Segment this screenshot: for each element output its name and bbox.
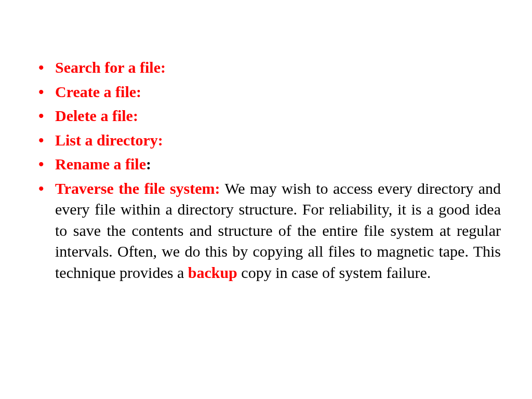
bullet-body-part2: copy in case of system failure. bbox=[237, 264, 431, 281]
bullet-text: Search for a file: bbox=[55, 59, 166, 76]
bullet-item-search: Search for a file: bbox=[36, 57, 501, 78]
bullet-text: Delete a file: bbox=[55, 107, 138, 124]
bullet-text-colon: : bbox=[146, 155, 151, 172]
bullet-text-red: Rename a file bbox=[55, 155, 146, 172]
bullet-heading: Traverse the file system: bbox=[55, 180, 220, 197]
bullet-item-traverse: Traverse the file system: We may wish to… bbox=[36, 178, 501, 284]
bullet-emphasis-backup: backup bbox=[188, 264, 237, 281]
bullet-text: List a directory: bbox=[55, 131, 163, 149]
bullet-item-create: Create a file: bbox=[36, 82, 501, 103]
bullet-item-delete: Delete a file: bbox=[36, 105, 501, 127]
bullet-text: Create a file: bbox=[55, 83, 141, 100]
bullet-item-list-directory: List a directory: bbox=[36, 130, 501, 151]
bullet-item-rename: Rename a file: bbox=[36, 154, 501, 175]
bullet-list: Search for a file: Create a file: Delete… bbox=[36, 57, 501, 283]
